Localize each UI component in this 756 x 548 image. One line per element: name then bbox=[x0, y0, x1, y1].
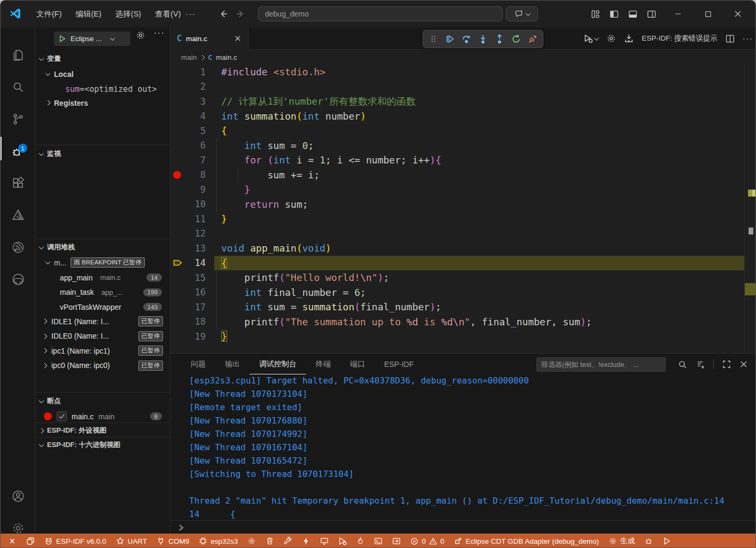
code-line-7[interactable]: for (int i = 1; i <= number; i++){ bbox=[214, 153, 745, 168]
debug-start-icon[interactable] bbox=[333, 534, 352, 548]
nav-back-icon[interactable] bbox=[219, 9, 228, 19]
close-panel-icon[interactable] bbox=[739, 360, 748, 369]
extensions-icon[interactable] bbox=[1, 169, 35, 197]
device-target-item[interactable]: esp32s3 bbox=[194, 534, 243, 548]
code-line-12[interactable] bbox=[214, 226, 745, 241]
continue-icon[interactable] bbox=[443, 32, 457, 46]
copilot-chat-button[interactable] bbox=[506, 6, 538, 21]
gutter-line-12[interactable]: 12 bbox=[170, 226, 214, 241]
callstack-thread-1[interactable]: IDLE0 (Name: I...已暂停 bbox=[35, 329, 170, 343]
code-line-6[interactable]: int sum = 0; bbox=[214, 138, 745, 153]
gutter-line-4[interactable]: 4 bbox=[170, 109, 214, 124]
gutter-line-14[interactable]: 14 bbox=[170, 256, 214, 271]
source-control-icon[interactable] bbox=[1, 105, 35, 133]
export-icon[interactable] bbox=[387, 534, 406, 548]
install-download-icon[interactable] bbox=[624, 34, 634, 43]
terminal-icon[interactable] bbox=[369, 534, 387, 548]
search-icon[interactable] bbox=[1, 73, 35, 101]
toggle-secondary-sidebar-icon[interactable] bbox=[647, 10, 656, 19]
code-line-3[interactable]: // 计算从1到'number'所有整数求和的函数 bbox=[214, 94, 745, 109]
menu-item-1[interactable]: 编辑(E) bbox=[69, 6, 108, 22]
close-tab-icon[interactable] bbox=[234, 35, 241, 42]
nav-forward-icon[interactable] bbox=[236, 9, 245, 19]
code-line-10[interactable]: return sum; bbox=[214, 197, 745, 212]
callstack-thread-3[interactable]: ipc0 (Name: ipc0)已暂停 bbox=[35, 358, 170, 373]
toolbar-grip[interactable] bbox=[426, 32, 440, 46]
step-out-icon[interactable] bbox=[493, 32, 506, 46]
breakpoints-section-header[interactable]: 断点 bbox=[35, 394, 170, 408]
maximize-panel-icon[interactable] bbox=[722, 360, 731, 369]
panel-tab-4[interactable]: 端口 bbox=[340, 354, 375, 374]
gutter-line-18[interactable]: 18 bbox=[170, 315, 214, 330]
full-clean-trash-icon[interactable] bbox=[261, 534, 279, 548]
gutter[interactable]: 12345678910111213141516171819 bbox=[170, 65, 214, 344]
editor-settings-gear-icon[interactable] bbox=[606, 34, 616, 43]
gutter-line-5[interactable]: 5 bbox=[170, 123, 214, 138]
code-lines[interactable]: #include <stdio.h>// 计算从1到'number'所有整数求和… bbox=[214, 65, 745, 344]
serial-port-item[interactable]: COM9 bbox=[152, 534, 194, 548]
problems-item[interactable]: 0 0 bbox=[406, 534, 449, 548]
code-line-16[interactable]: int final_number = 6; bbox=[214, 285, 745, 300]
callstack-frame-main_task[interactable]: main_taskapp_...199 bbox=[35, 285, 170, 300]
flame-icon[interactable] bbox=[352, 534, 369, 548]
code-line-11[interactable]: } bbox=[214, 212, 745, 226]
menuconfig-gear-icon[interactable] bbox=[243, 534, 261, 548]
variables-scope-registers[interactable]: Registers bbox=[35, 96, 170, 110]
step-into-icon[interactable] bbox=[476, 32, 490, 46]
gutter-line-6[interactable]: 6 bbox=[170, 138, 214, 153]
code-line-14[interactable]: { bbox=[214, 256, 745, 271]
gutter-line-9[interactable]: 9 bbox=[170, 182, 214, 197]
gutter-line-3[interactable]: 3 bbox=[170, 94, 214, 109]
espressif-icon[interactable] bbox=[1, 233, 35, 261]
panel-tab-2[interactable]: 调试控制台 bbox=[250, 354, 306, 374]
tab-main-c[interactable]: C main.c bbox=[170, 27, 248, 50]
close-window-button[interactable] bbox=[723, 1, 753, 27]
debug-settings-gear-icon[interactable] bbox=[136, 30, 145, 40]
launch-config-dropdown[interactable]: Eclipse ... bbox=[54, 32, 130, 46]
panel-tab-0[interactable]: 问题 bbox=[181, 354, 215, 374]
gutter-line-13[interactable]: 13 bbox=[170, 241, 214, 256]
console-input-chevron-icon[interactable] bbox=[177, 523, 185, 532]
views-more-button[interactable]: ··· bbox=[154, 28, 165, 38]
menu-more-button[interactable]: ··· bbox=[180, 6, 201, 21]
gutter-line-19[interactable]: 19 bbox=[170, 329, 214, 344]
debug-current-line-icon[interactable] bbox=[173, 259, 184, 267]
callstack-thread-2[interactable]: ipc1 (Name: ipc1)已暂停 bbox=[35, 343, 170, 358]
callstack-frame-app_main[interactable]: app_mainmain.c14 bbox=[35, 270, 170, 285]
disconnect-icon[interactable] bbox=[526, 32, 540, 46]
variables-scope-local[interactable]: Local bbox=[35, 67, 170, 81]
panel-tab-3[interactable]: 终端 bbox=[306, 354, 340, 374]
run-and-debug-icon[interactable] bbox=[1, 137, 35, 165]
maximize-button[interactable] bbox=[693, 1, 723, 27]
build-task-item[interactable]: 生成 bbox=[604, 534, 640, 548]
clear-console-icon[interactable] bbox=[696, 360, 705, 369]
variable-row-sum[interactable]: sum = <optimized out> bbox=[35, 82, 170, 96]
monitor-icon[interactable] bbox=[315, 534, 333, 548]
code-line-8[interactable]: sum += i; bbox=[214, 168, 745, 183]
code-line-9[interactable]: } bbox=[214, 182, 745, 197]
code-line-5[interactable]: { bbox=[214, 123, 745, 138]
peripherals-section-header[interactable]: ESP-IDF: 外设视图 bbox=[35, 424, 170, 437]
callstack-section-header[interactable]: 调用堆栈 bbox=[35, 240, 170, 254]
customize-layout-icon[interactable] bbox=[591, 10, 600, 19]
callstack-thread-main[interactable]: m... 因 BREAKPOINT 已暂停 bbox=[35, 255, 170, 270]
breakpoint-row[interactable]: main.c main 8 bbox=[35, 409, 170, 424]
esp-idf-version-item[interactable]: ESP-IDF v6.0.0 bbox=[40, 534, 111, 548]
breakpoint-checkbox[interactable] bbox=[57, 411, 67, 421]
code-line-2[interactable] bbox=[214, 80, 745, 95]
gutter-line-11[interactable]: 11 bbox=[170, 212, 214, 226]
breadcrumb[interactable]: main C main.c bbox=[181, 50, 237, 65]
menu-item-0[interactable]: 文件(F) bbox=[29, 6, 69, 22]
debug-run-menu-icon[interactable] bbox=[583, 34, 598, 43]
gutter-line-7[interactable]: 7 bbox=[170, 153, 214, 168]
gutter-line-2[interactable]: 2 bbox=[170, 80, 214, 95]
esp-idf-explorer-icon[interactable] bbox=[1, 201, 35, 229]
split-editor-icon[interactable] bbox=[726, 34, 735, 43]
esp-idf-hint-action[interactable]: ESP-IDF: 搜索错误提示 bbox=[642, 34, 718, 43]
command-center-search[interactable]: debug_demo bbox=[258, 6, 503, 21]
variables-section-header[interactable]: 变量 bbox=[35, 52, 170, 66]
watch-section-header[interactable]: 监视 bbox=[35, 147, 170, 161]
hexview-section-header[interactable]: ESP-IDF: 十六进制视图 bbox=[35, 438, 170, 452]
gutter-line-16[interactable]: 16 bbox=[170, 285, 214, 300]
console-filter-input[interactable] bbox=[536, 357, 666, 372]
